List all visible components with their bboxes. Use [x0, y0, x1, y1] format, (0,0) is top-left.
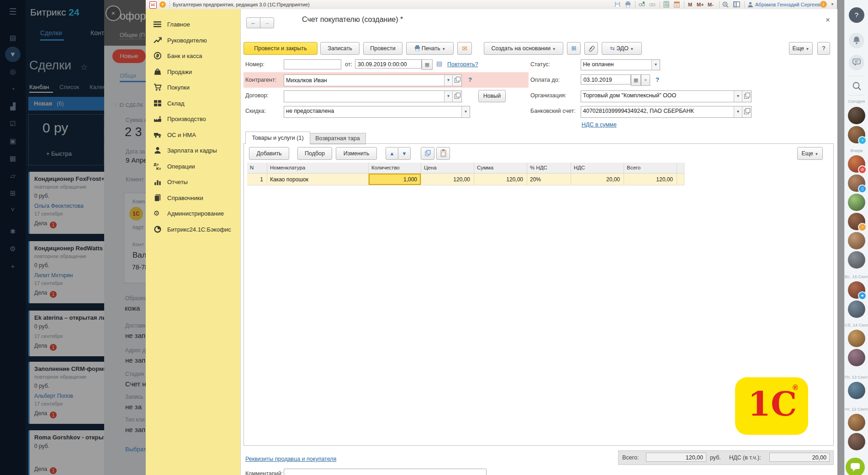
document-close-icon[interactable]: × — [826, 16, 830, 25]
memory-m-icon[interactable]: M — [688, 2, 692, 7]
chat-button[interactable] — [849, 55, 864, 70]
avatar[interactable] — [848, 301, 865, 318]
current-user[interactable]: Абрамов Геннадий Сергеевич — [755, 2, 826, 7]
dropdown-icon[interactable]: ▼ — [461, 106, 470, 117]
reports-grid-button[interactable]: ⊞ — [567, 42, 581, 55]
dropdown-icon[interactable]: ▼ — [444, 75, 452, 86]
calculator-icon[interactable] — [663, 1, 669, 8]
link-add-icon[interactable] — [639, 1, 646, 7]
create-based-on-label: Создать на основании — [491, 45, 550, 52]
user-icon — [747, 1, 753, 7]
link-icon[interactable] — [649, 1, 656, 7]
zoom-icon[interactable] — [722, 1, 729, 8]
menu-item-administration[interactable]: ⚙ Администрирование — [146, 208, 240, 219]
tab-returnable-packaging[interactable]: Возвратная тара — [309, 133, 366, 144]
open-item-icon[interactable] — [452, 75, 461, 86]
dropdown-icon[interactable]: ▼ — [444, 91, 452, 102]
date-input[interactable]: 30.09.2019 0:00:00 — [355, 59, 422, 69]
avatar[interactable]: ▯ — [848, 174, 865, 192]
avatar[interactable] — [848, 433, 865, 450]
menu-item-fixed-assets[interactable]: ОС и НМА — [146, 130, 240, 141]
repeat-link[interactable]: Повторять? — [447, 61, 478, 68]
avatar[interactable] — [848, 414, 865, 431]
caret-down-icon[interactable]: ▼ — [831, 2, 834, 6]
notifications-button[interactable] — [849, 33, 864, 48]
calendar-picker-icon[interactable]: ▦ — [631, 74, 641, 86]
pay-until-help-icon[interactable]: ? — [656, 76, 659, 83]
menu-item-bank[interactable]: ₽ Банк и касса — [146, 51, 240, 62]
avatar[interactable] — [848, 330, 865, 347]
comment-input[interactable] — [284, 469, 487, 475]
open-item-icon[interactable] — [742, 91, 751, 102]
vat-mode-link[interactable]: НДС в сумме — [582, 121, 617, 128]
dropdown-icon[interactable]: ▼ — [734, 106, 742, 117]
menu-item-warehouse[interactable]: Склад — [146, 98, 240, 109]
print-icon[interactable] — [625, 1, 631, 7]
menu-item-operations[interactable]: ДтКт Операции — [146, 161, 240, 172]
dropdown-icon[interactable]: ▼ — [734, 91, 742, 102]
separator — [684, 1, 684, 8]
discount-select[interactable]: не предоставлена▼ — [284, 106, 470, 118]
status-select[interactable]: Не оплачен▼ — [581, 59, 660, 70]
info-icon[interactable]: i — [820, 1, 827, 8]
new-contract-button[interactable]: Новый — [478, 90, 506, 102]
menu-item-main[interactable]: Главное — [146, 19, 240, 30]
help-icon[interactable]: ? — [849, 7, 864, 23]
avatar[interactable] — [848, 194, 865, 211]
write-button[interactable]: Записать — [320, 42, 360, 55]
calendar-31-icon[interactable]: 31 — [674, 1, 680, 8]
avatar[interactable] — [848, 349, 865, 366]
menu-item-salary[interactable]: Зарплата и кадры — [146, 145, 240, 156]
avatar[interactable] — [848, 251, 865, 269]
more-button[interactable]: Еще ▼ — [789, 42, 813, 55]
memory-mminus-icon[interactable]: M- — [708, 2, 714, 7]
nav-back-icon[interactable]: ← — [246, 17, 260, 28]
dropdown-icon[interactable]: ▼ — [651, 60, 660, 70]
organization-select[interactable]: Торговый дом "Комплексный" ООО▼ — [581, 90, 752, 102]
nav-forward-icon[interactable]: → — [260, 17, 274, 28]
print-button[interactable]: Печать ▼ — [406, 42, 454, 55]
menu-item-reports[interactable]: Отчеты — [146, 177, 240, 188]
help-button[interactable]: ? — [817, 42, 830, 55]
contract-select[interactable]: ▼ — [284, 90, 462, 102]
avatar[interactable]: ◔ — [848, 213, 865, 230]
calendar-picker-icon[interactable]: ▦ — [422, 59, 433, 70]
bank-account-select[interactable]: 40702810399994349242, ПАО СБЕРБАНК▼ — [581, 106, 752, 118]
save-icon[interactable] — [614, 1, 620, 7]
search-icon[interactable] — [852, 81, 862, 91]
avatar[interactable] — [848, 382, 865, 399]
number-input[interactable] — [284, 59, 341, 69]
onec-app-icon[interactable]: 1С — [149, 1, 157, 9]
avatar[interactable]: ★ — [848, 281, 865, 299]
avatar[interactable]: ▪ — [848, 126, 865, 143]
menu-item-manager[interactable]: Руководителю — [146, 35, 240, 46]
contractor-help-icon[interactable]: ? — [468, 76, 472, 83]
memory-mplus-icon[interactable]: M+ — [697, 2, 704, 7]
create-based-on-button[interactable]: Создать на основании ▼ — [484, 42, 563, 55]
menu-item-bitrix-backoffice[interactable]: Битрикс24.1С:Бэкофис — [146, 224, 240, 235]
open-item-icon[interactable] — [452, 91, 461, 102]
send-email-button[interactable]: ✉ — [457, 42, 472, 55]
avatar[interactable] — [848, 107, 865, 124]
menu-item-references[interactable]: Справочники — [146, 193, 240, 204]
menu-item-sales[interactable]: Продажи — [146, 67, 240, 78]
tab-goods-services[interactable]: Товары и услуги (1) — [245, 132, 310, 144]
schedule-list-icon[interactable]: ▤ — [436, 60, 442, 67]
edo-button[interactable]: ⇆ ЭДО ▼ — [602, 42, 642, 55]
clear-icon[interactable]: × — [641, 74, 650, 86]
menu-item-production[interactable]: Производство — [146, 114, 240, 125]
avatar[interactable] — [848, 232, 865, 249]
feedback-chat-button[interactable] — [846, 458, 865, 475]
post-button[interactable]: Провести — [363, 42, 402, 55]
avatar[interactable]: ⊘ — [848, 155, 865, 173]
seller-buyer-details-link[interactable]: Реквизиты продавца и покупателя — [245, 456, 336, 462]
split-window-icon[interactable] — [733, 1, 740, 7]
pay-until-input[interactable]: 03.10.2019 — [581, 74, 631, 84]
rail-group-label: Вчера — [845, 148, 868, 153]
window-menu-icon[interactable]: ▼ — [159, 1, 166, 8]
attachments-button[interactable] — [584, 42, 598, 55]
menu-item-purchases[interactable]: Покупки — [146, 82, 240, 93]
contractor-select[interactable]: Михалков Иван▼ — [284, 74, 462, 86]
open-item-icon[interactable] — [742, 106, 751, 117]
post-and-close-button[interactable]: Провести и закрыть — [243, 42, 318, 55]
